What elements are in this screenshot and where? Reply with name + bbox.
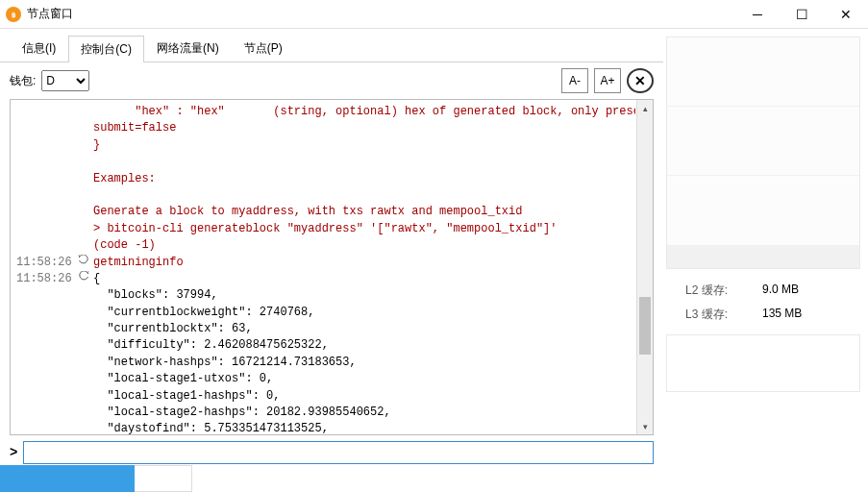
timestamp: 11:58:26 <box>16 271 74 434</box>
titlebar: ฿ 节点窗口 ─ ☐ ✕ <box>0 0 868 29</box>
minimize-button[interactable]: ─ <box>735 0 780 28</box>
tab-network[interactable]: 网络流量(N) <box>144 35 232 62</box>
response-text: { "blocks": 37994, "currentblockweight":… <box>93 271 630 434</box>
response-icon <box>74 271 93 434</box>
prompt-icon: > <box>10 445 17 460</box>
taskbar-segment[interactable] <box>0 465 135 492</box>
scroll-up-icon[interactable]: ▴ <box>637 100 653 116</box>
console-toolbar: 钱包: D A- A+ ✕ <box>0 62 663 99</box>
bottom-bar <box>0 465 192 492</box>
tab-info[interactable]: 信息(I) <box>10 35 68 62</box>
l2-cache-label: L2 缓存: <box>685 283 762 299</box>
l2-cache-row: L2 缓存: 9.0 MB <box>666 279 868 303</box>
l3-cache-value: 135 MB <box>762 307 802 323</box>
wallet-select[interactable]: D <box>41 70 89 91</box>
timestamp: 11:58:26 <box>16 255 74 271</box>
window-controls: ─ ☐ ✕ <box>735 0 868 28</box>
scroll-down-icon[interactable]: ▾ <box>637 418 653 434</box>
clear-console-button[interactable]: ✕ <box>627 68 654 93</box>
window-title: 节点窗口 <box>27 6 735 22</box>
l2-cache-value: 9.0 MB <box>762 283 799 299</box>
svg-text:฿: ฿ <box>12 11 16 18</box>
maximize-button[interactable]: ☐ <box>780 0 824 28</box>
console-input-row: > <box>10 441 654 464</box>
console-input[interactable] <box>23 441 654 464</box>
tab-console[interactable]: 控制台(C) <box>68 36 144 62</box>
command-sent-icon <box>74 255 93 271</box>
close-button[interactable]: ✕ <box>824 0 868 28</box>
bitcoin-icon: ฿ <box>6 7 21 22</box>
taskbar-label <box>135 465 192 492</box>
console-output: "hex" : "hex" (string, optional) hex of … <box>10 99 654 435</box>
tab-bar: 信息(I) 控制台(C) 网络流量(N) 节点(P) <box>0 29 663 62</box>
l3-cache-label: L3 缓存: <box>685 307 762 323</box>
vertical-scrollbar[interactable]: ▴ ▾ <box>636 100 653 434</box>
wallet-label: 钱包: <box>10 73 36 89</box>
l3-cache-row: L3 缓存: 135 MB <box>666 303 868 327</box>
side-panel: L2 缓存: 9.0 MB L3 缓存: 135 MB <box>666 29 868 392</box>
help-text: "hex" : "hex" (string, optional) hex of … <box>16 104 630 255</box>
scroll-thumb[interactable] <box>639 297 651 355</box>
font-larger-button[interactable]: A+ <box>594 68 621 93</box>
command-text: getmininginfo <box>93 255 630 271</box>
font-smaller-button[interactable]: A- <box>561 68 588 93</box>
tab-peers[interactable]: 节点(P) <box>232 35 295 62</box>
